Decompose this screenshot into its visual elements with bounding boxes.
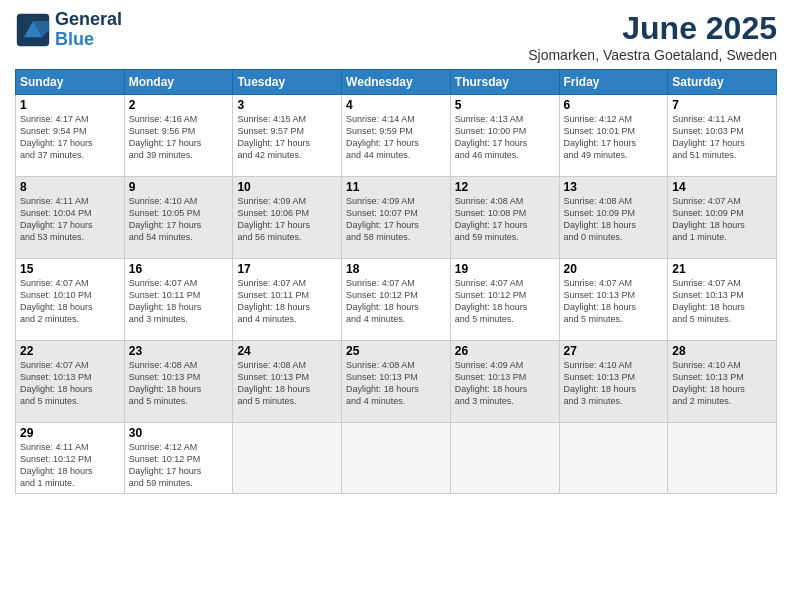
day-info: Sunrise: 4:07 AM Sunset: 10:11 PM Daylig… — [237, 277, 337, 326]
calendar-week-5: 29Sunrise: 4:11 AM Sunset: 10:12 PM Dayl… — [16, 423, 777, 494]
calendar-cell: 30Sunrise: 4:12 AM Sunset: 10:12 PM Dayl… — [124, 423, 233, 494]
calendar-cell: 22Sunrise: 4:07 AM Sunset: 10:13 PM Dayl… — [16, 341, 125, 423]
day-info: Sunrise: 4:09 AM Sunset: 10:13 PM Daylig… — [455, 359, 555, 408]
day-info: Sunrise: 4:09 AM Sunset: 10:06 PM Daylig… — [237, 195, 337, 244]
day-info: Sunrise: 4:07 AM Sunset: 10:12 PM Daylig… — [455, 277, 555, 326]
day-number: 2 — [129, 98, 229, 112]
calendar: SundayMondayTuesdayWednesdayThursdayFrid… — [15, 69, 777, 494]
calendar-cell — [559, 423, 668, 494]
calendar-cell — [668, 423, 777, 494]
day-number: 8 — [20, 180, 120, 194]
day-info: Sunrise: 4:14 AM Sunset: 9:59 PM Dayligh… — [346, 113, 446, 162]
day-info: Sunrise: 4:07 AM Sunset: 10:10 PM Daylig… — [20, 277, 120, 326]
page: General Blue June 2025 Sjomarken, Vaestr… — [0, 0, 792, 612]
calendar-cell: 16Sunrise: 4:07 AM Sunset: 10:11 PM Dayl… — [124, 259, 233, 341]
day-number: 25 — [346, 344, 446, 358]
calendar-cell: 17Sunrise: 4:07 AM Sunset: 10:11 PM Dayl… — [233, 259, 342, 341]
calendar-header-wednesday: Wednesday — [342, 70, 451, 95]
calendar-cell: 25Sunrise: 4:08 AM Sunset: 10:13 PM Dayl… — [342, 341, 451, 423]
calendar-week-4: 22Sunrise: 4:07 AM Sunset: 10:13 PM Dayl… — [16, 341, 777, 423]
day-info: Sunrise: 4:07 AM Sunset: 10:13 PM Daylig… — [672, 277, 772, 326]
calendar-cell: 13Sunrise: 4:08 AM Sunset: 10:09 PM Dayl… — [559, 177, 668, 259]
day-number: 3 — [237, 98, 337, 112]
calendar-header-tuesday: Tuesday — [233, 70, 342, 95]
calendar-cell: 4Sunrise: 4:14 AM Sunset: 9:59 PM Daylig… — [342, 95, 451, 177]
day-info: Sunrise: 4:08 AM Sunset: 10:13 PM Daylig… — [346, 359, 446, 408]
calendar-cell: 14Sunrise: 4:07 AM Sunset: 10:09 PM Dayl… — [668, 177, 777, 259]
day-info: Sunrise: 4:08 AM Sunset: 10:08 PM Daylig… — [455, 195, 555, 244]
day-info: Sunrise: 4:10 AM Sunset: 10:13 PM Daylig… — [564, 359, 664, 408]
day-number: 26 — [455, 344, 555, 358]
calendar-cell: 27Sunrise: 4:10 AM Sunset: 10:13 PM Dayl… — [559, 341, 668, 423]
day-number: 5 — [455, 98, 555, 112]
day-info: Sunrise: 4:07 AM Sunset: 10:13 PM Daylig… — [564, 277, 664, 326]
calendar-cell: 26Sunrise: 4:09 AM Sunset: 10:13 PM Dayl… — [450, 341, 559, 423]
day-info: Sunrise: 4:08 AM Sunset: 10:13 PM Daylig… — [237, 359, 337, 408]
day-number: 30 — [129, 426, 229, 440]
day-number: 16 — [129, 262, 229, 276]
day-info: Sunrise: 4:08 AM Sunset: 10:13 PM Daylig… — [129, 359, 229, 408]
calendar-header-thursday: Thursday — [450, 70, 559, 95]
header: General Blue June 2025 Sjomarken, Vaestr… — [15, 10, 777, 63]
day-number: 27 — [564, 344, 664, 358]
calendar-cell: 5Sunrise: 4:13 AM Sunset: 10:00 PM Dayli… — [450, 95, 559, 177]
calendar-cell: 12Sunrise: 4:08 AM Sunset: 10:08 PM Dayl… — [450, 177, 559, 259]
calendar-week-1: 1Sunrise: 4:17 AM Sunset: 9:54 PM Daylig… — [16, 95, 777, 177]
calendar-cell: 19Sunrise: 4:07 AM Sunset: 10:12 PM Dayl… — [450, 259, 559, 341]
calendar-header-friday: Friday — [559, 70, 668, 95]
day-number: 9 — [129, 180, 229, 194]
calendar-cell: 1Sunrise: 4:17 AM Sunset: 9:54 PM Daylig… — [16, 95, 125, 177]
calendar-cell: 11Sunrise: 4:09 AM Sunset: 10:07 PM Dayl… — [342, 177, 451, 259]
logo-icon — [15, 12, 51, 48]
calendar-cell: 20Sunrise: 4:07 AM Sunset: 10:13 PM Dayl… — [559, 259, 668, 341]
calendar-cell: 8Sunrise: 4:11 AM Sunset: 10:04 PM Dayli… — [16, 177, 125, 259]
calendar-cell: 28Sunrise: 4:10 AM Sunset: 10:13 PM Dayl… — [668, 341, 777, 423]
calendar-cell: 24Sunrise: 4:08 AM Sunset: 10:13 PM Dayl… — [233, 341, 342, 423]
day-number: 24 — [237, 344, 337, 358]
day-number: 22 — [20, 344, 120, 358]
day-info: Sunrise: 4:16 AM Sunset: 9:56 PM Dayligh… — [129, 113, 229, 162]
day-number: 7 — [672, 98, 772, 112]
calendar-header-saturday: Saturday — [668, 70, 777, 95]
calendar-cell: 23Sunrise: 4:08 AM Sunset: 10:13 PM Dayl… — [124, 341, 233, 423]
day-number: 13 — [564, 180, 664, 194]
subtitle: Sjomarken, Vaestra Goetaland, Sweden — [528, 47, 777, 63]
day-info: Sunrise: 4:08 AM Sunset: 10:09 PM Daylig… — [564, 195, 664, 244]
calendar-cell — [342, 423, 451, 494]
calendar-cell: 10Sunrise: 4:09 AM Sunset: 10:06 PM Dayl… — [233, 177, 342, 259]
day-info: Sunrise: 4:09 AM Sunset: 10:07 PM Daylig… — [346, 195, 446, 244]
calendar-week-3: 15Sunrise: 4:07 AM Sunset: 10:10 PM Dayl… — [16, 259, 777, 341]
day-info: Sunrise: 4:13 AM Sunset: 10:00 PM Daylig… — [455, 113, 555, 162]
day-number: 15 — [20, 262, 120, 276]
calendar-cell: 15Sunrise: 4:07 AM Sunset: 10:10 PM Dayl… — [16, 259, 125, 341]
calendar-cell: 3Sunrise: 4:15 AM Sunset: 9:57 PM Daylig… — [233, 95, 342, 177]
day-info: Sunrise: 4:11 AM Sunset: 10:04 PM Daylig… — [20, 195, 120, 244]
day-number: 20 — [564, 262, 664, 276]
day-info: Sunrise: 4:12 AM Sunset: 10:01 PM Daylig… — [564, 113, 664, 162]
day-info: Sunrise: 4:07 AM Sunset: 10:12 PM Daylig… — [346, 277, 446, 326]
calendar-week-2: 8Sunrise: 4:11 AM Sunset: 10:04 PM Dayli… — [16, 177, 777, 259]
logo-line2: Blue — [55, 29, 94, 49]
day-info: Sunrise: 4:11 AM Sunset: 10:12 PM Daylig… — [20, 441, 120, 490]
day-info: Sunrise: 4:10 AM Sunset: 10:13 PM Daylig… — [672, 359, 772, 408]
calendar-cell: 18Sunrise: 4:07 AM Sunset: 10:12 PM Dayl… — [342, 259, 451, 341]
calendar-cell: 21Sunrise: 4:07 AM Sunset: 10:13 PM Dayl… — [668, 259, 777, 341]
title-area: June 2025 Sjomarken, Vaestra Goetaland, … — [528, 10, 777, 63]
day-info: Sunrise: 4:07 AM Sunset: 10:13 PM Daylig… — [20, 359, 120, 408]
day-info: Sunrise: 4:10 AM Sunset: 10:05 PM Daylig… — [129, 195, 229, 244]
calendar-cell: 6Sunrise: 4:12 AM Sunset: 10:01 PM Dayli… — [559, 95, 668, 177]
day-info: Sunrise: 4:11 AM Sunset: 10:03 PM Daylig… — [672, 113, 772, 162]
day-number: 1 — [20, 98, 120, 112]
calendar-cell — [450, 423, 559, 494]
calendar-header-sunday: Sunday — [16, 70, 125, 95]
day-info: Sunrise: 4:07 AM Sunset: 10:09 PM Daylig… — [672, 195, 772, 244]
day-number: 29 — [20, 426, 120, 440]
logo-text: General Blue — [55, 10, 122, 50]
calendar-header-row: SundayMondayTuesdayWednesdayThursdayFrid… — [16, 70, 777, 95]
day-number: 14 — [672, 180, 772, 194]
day-number: 12 — [455, 180, 555, 194]
day-info: Sunrise: 4:17 AM Sunset: 9:54 PM Dayligh… — [20, 113, 120, 162]
calendar-cell: 2Sunrise: 4:16 AM Sunset: 9:56 PM Daylig… — [124, 95, 233, 177]
day-number: 21 — [672, 262, 772, 276]
day-number: 4 — [346, 98, 446, 112]
